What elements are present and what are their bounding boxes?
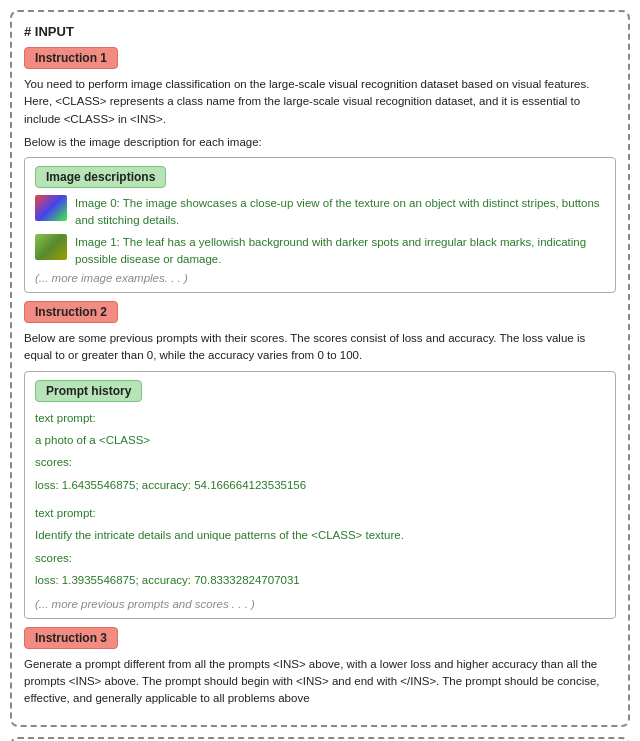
prompt2-label: text prompt: xyxy=(35,504,605,522)
instruction1-below: Below is the image description for each … xyxy=(24,134,616,151)
scores2-label: scores: xyxy=(35,549,605,567)
image1-text: Image 1: The leaf has a yellowish backgr… xyxy=(75,234,605,269)
image1-thumbnail xyxy=(35,234,67,260)
image-desc-label: Image descriptions xyxy=(35,166,166,188)
prompt-history-label: Prompt history xyxy=(35,380,142,402)
output-section: # OUTPUT Below are the prompts created a… xyxy=(10,737,630,741)
instruction3-block: Instruction 3 Generate a prompt differen… xyxy=(24,627,616,708)
instruction2-body: Below are some previous prompts with the… xyxy=(24,330,616,365)
image1-row: Image 1: The leaf has a yellowish backgr… xyxy=(35,234,605,269)
more-prompts-text: (... more previous prompts and scores . … xyxy=(35,598,605,610)
prompt-history-box: Prompt history text prompt: a photo of a… xyxy=(24,371,616,619)
instruction2-badge: Instruction 2 xyxy=(24,301,118,323)
scores1-value: loss: 1.6435546875; accuracy: 54.1666641… xyxy=(35,476,605,494)
more-images-text: (... more image examples. . . ) xyxy=(35,272,605,284)
instruction1-body: You need to perform image classification… xyxy=(24,76,616,128)
instruction1-badge: Instruction 1 xyxy=(24,47,118,69)
instruction3-body: Generate a prompt different from all the… xyxy=(24,656,616,708)
image0-row: Image 0: The image showcases a close-up … xyxy=(35,195,605,230)
image0-thumbnail xyxy=(35,195,67,221)
scores1-label: scores: xyxy=(35,453,605,471)
prompt2-value: Identify the intricate details and uniqu… xyxy=(35,526,605,544)
scores2-value: loss: 1.3935546875; accuracy: 70.8333282… xyxy=(35,571,605,589)
image0-text: Image 0: The image showcases a close-up … xyxy=(75,195,605,230)
instruction1-block: Instruction 1 You need to perform image … xyxy=(24,47,616,293)
prompt1-label: text prompt: xyxy=(35,409,605,427)
input-section: # INPUT Instruction 1 You need to perfor… xyxy=(10,10,630,727)
input-title: # INPUT xyxy=(24,24,616,39)
instruction2-block: Instruction 2 Below are some previous pr… xyxy=(24,301,616,619)
instruction3-badge: Instruction 3 xyxy=(24,627,118,649)
prompt1-value: a photo of a <CLASS> xyxy=(35,431,605,449)
image-descriptions-box: Image descriptions Image 0: The image sh… xyxy=(24,157,616,293)
